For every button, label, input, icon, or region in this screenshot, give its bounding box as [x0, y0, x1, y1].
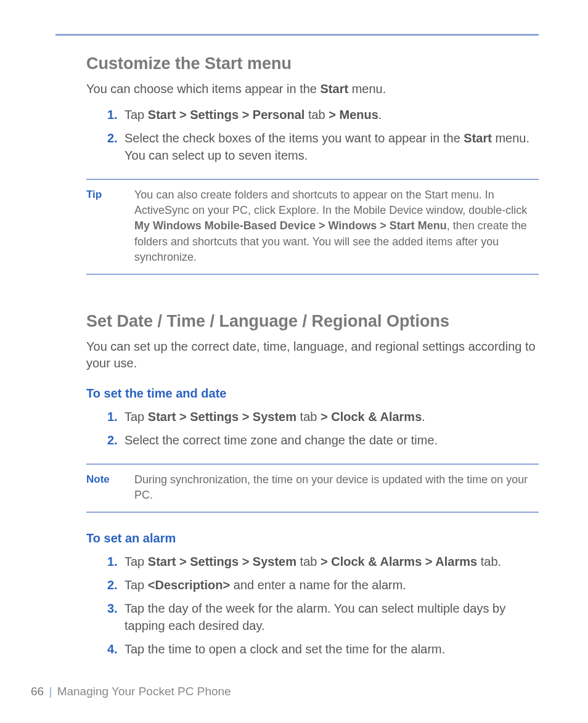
text: .: [378, 108, 382, 121]
list-item: 2. Select the check boxes of the items y…: [107, 129, 539, 164]
intro-date-time: You can set up the correct date, time, l…: [86, 338, 539, 372]
footer-separator: |: [49, 685, 52, 698]
bold: Start > Settings > System: [148, 555, 300, 568]
page-number: 66: [31, 685, 44, 698]
bold: My Windows Mobile-Based Device > Windows…: [134, 219, 447, 232]
heading-customize-start: Customize the Start menu: [86, 54, 539, 73]
step-number: 1.: [107, 106, 118, 123]
text: Tap: [125, 108, 148, 121]
footer-title: Managing Your Pocket PC Phone: [57, 685, 231, 698]
list-item: 1. Tap Start > Settings > System tab > C…: [107, 553, 539, 570]
text: tab: [300, 555, 317, 568]
text: Select the check boxes of the items you …: [125, 131, 463, 145]
text: and enter a name for the alarm.: [230, 578, 406, 592]
step-number: 1.: [107, 553, 118, 570]
text: Tap the day of the week for the alarm. Y…: [125, 602, 505, 632]
list-item: 1. Tap Start > Settings > Personal tab >…: [107, 106, 539, 123]
page: Customize the Start menu You can choose …: [0, 0, 588, 658]
step-number: 2.: [107, 576, 118, 594]
subheading-time-date: To set the time and date: [86, 386, 539, 401]
step-number: 2.: [107, 129, 118, 147]
text: Tap: [125, 555, 148, 568]
note-label: Note: [86, 472, 134, 503]
note-body: During synchronization, the time on your…: [134, 472, 539, 503]
tip-label: Tip: [86, 187, 134, 265]
note-callout: Note During synchronization, the time on…: [86, 464, 539, 513]
list-item: 4. Tap the time to open a clock and set …: [107, 640, 539, 658]
tip-callout: Tip You can also create folders and shor…: [86, 179, 539, 275]
steps-alarm: 1. Tap Start > Settings > System tab > C…: [86, 553, 539, 658]
page-footer: 66 | Managing Your Pocket PC Phone: [31, 685, 231, 698]
text: Tap the time to open a clock and set the…: [125, 642, 445, 656]
intro-customize: You can choose which items appear in the…: [86, 81, 539, 97]
steps-time-date: 1. Tap Start > Settings > System tab > C…: [86, 408, 539, 449]
text: tab.: [481, 555, 501, 568]
top-rule: [55, 34, 539, 36]
text: .: [422, 410, 425, 423]
list-item: 3. Tap the day of the week for the alarm…: [107, 600, 539, 634]
bold-start: Start: [321, 82, 349, 96]
list-item: 2. Tap <Description> and enter a name fo…: [107, 576, 539, 594]
bold: Start > Settings > System: [148, 410, 300, 423]
steps-customize: 1. Tap Start > Settings > Personal tab >…: [86, 106, 539, 164]
bold: > Clock & Alarms > Alarms: [317, 555, 480, 568]
text: tab: [308, 108, 325, 121]
bold: > Menus: [325, 108, 378, 121]
list-item: 1. Tap Start > Settings > System tab > C…: [107, 408, 539, 425]
bold: > Clock & Alarms: [317, 410, 422, 423]
step-number: 4.: [107, 640, 118, 658]
text: menu.: [348, 82, 386, 96]
text: tab: [300, 410, 317, 423]
tip-body: You can also create folders and shortcut…: [134, 187, 539, 265]
bold: Start: [463, 131, 492, 145]
text: Select the correct time zone and change …: [125, 433, 438, 447]
text: You can choose which items appear in the: [86, 82, 321, 96]
bold: <Description>: [148, 578, 230, 592]
step-number: 3.: [107, 600, 118, 617]
text: Tap: [125, 410, 148, 423]
heading-date-time: Set Date / Time / Language / Regional Op…: [86, 312, 539, 331]
bold: Start > Settings > Personal: [148, 108, 308, 121]
step-number: 1.: [107, 408, 118, 425]
content-area: Customize the Start menu You can choose …: [55, 54, 539, 658]
list-item: 2. Select the correct time zone and chan…: [107, 431, 539, 449]
subheading-alarm: To set an alarm: [86, 531, 539, 545]
step-number: 2.: [107, 431, 118, 449]
text: You can also create folders and shortcut…: [134, 189, 527, 216]
text: Tap: [125, 578, 148, 592]
